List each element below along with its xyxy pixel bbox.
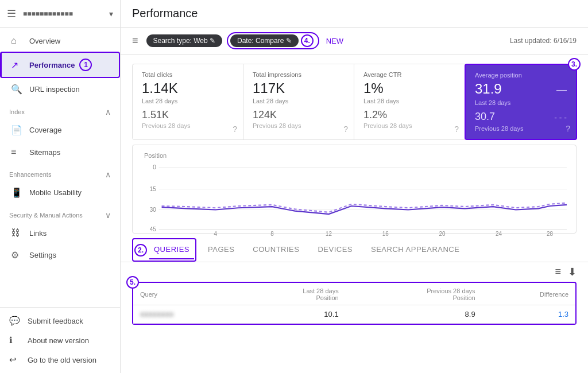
average-position-prev-period: Previous 28 days: [475, 125, 567, 132]
sidebar-item-settings[interactable]: ⚙ Settings: [0, 244, 120, 266]
sidebar-item-coverage[interactable]: 📄 Coverage: [0, 119, 120, 141]
col-last28-pos: Last 28 days Position: [237, 283, 346, 305]
sidebar-label-coverage: Coverage: [29, 126, 61, 134]
collapse-icon[interactable]: ∧: [105, 107, 111, 116]
page-title: Performance: [132, 7, 198, 20]
average-position-card: Average position 31.9 — Last 28 days 30.…: [465, 64, 577, 140]
sidebar-item-mobile-usability[interactable]: 📱 Mobile Usability: [0, 181, 120, 204]
tab-search-appearance[interactable]: SEARCH APPEARANCE: [362, 238, 469, 262]
sidebar-item-overview[interactable]: ⌂ Overview: [0, 30, 120, 52]
col-query: Query: [133, 283, 237, 305]
step-2-badge: 2.: [134, 244, 147, 257]
sidebar-label-mobile-usability: Mobile Usability: [29, 188, 82, 197]
position-dash2: - - -: [554, 113, 567, 122]
search-type-chip[interactable]: Search type: Web ✎: [146, 34, 223, 47]
total-impressions-prev-value: 124K: [253, 109, 345, 121]
sidebar-item-sitemaps[interactable]: ≡ Sitemaps: [0, 141, 120, 163]
average-position-prev-value: 30.7: [475, 111, 495, 123]
col-last28-pos-line1: Last 28 days: [303, 287, 338, 294]
sidebar-header: ☰ ■■■■■■■■■■■■ ▾: [0, 0, 120, 28]
total-impressions-info-icon[interactable]: ?: [343, 125, 348, 134]
average-ctr-info-icon[interactable]: ?: [454, 125, 459, 134]
tab-pages[interactable]: PAGES: [199, 238, 243, 262]
sidebar-item-performance[interactable]: ↗ Performance 1: [0, 52, 120, 78]
sidebar: ☰ ■■■■■■■■■■■■ ▾ ⌂ Overview ↗ Performanc…: [0, 0, 121, 373]
position-dash1: —: [556, 84, 567, 96]
search-type-label: Search type: Web ✎: [153, 37, 216, 45]
security-section-label: Security & Manual Actions ∨: [0, 204, 120, 222]
table-row: ■■■■■■■■ 10.1 8.9 1.3: [133, 305, 575, 324]
dropdown-arrow-icon[interactable]: ▾: [109, 9, 113, 18]
step-1-badge: 1: [79, 59, 92, 71]
download-icon[interactable]: ⬇: [568, 266, 577, 278]
mobile-icon: 📱: [11, 187, 22, 198]
footer-submit-feedback[interactable]: 💬 Submit feedback: [0, 311, 120, 331]
prev28-pos-cell: 8.9: [346, 305, 482, 324]
home-icon: ⌂: [11, 36, 22, 46]
svg-text:12: 12: [326, 231, 332, 236]
total-clicks-prev-period: Previous 28 days: [142, 122, 234, 129]
average-ctr-label: Average CTR: [363, 71, 455, 78]
svg-text:30: 30: [150, 206, 156, 213]
step-5-badge: 5.: [126, 276, 139, 289]
sitemaps-icon: ≡: [11, 147, 22, 157]
feedback-icon: 💬: [9, 316, 21, 326]
average-position-value: 31.9: [475, 81, 502, 97]
sidebar-label-performance: Performance: [29, 61, 75, 69]
table-toolbar: ≡ ⬇: [132, 262, 577, 282]
tabs-bar: 2. QUERIES PAGES COUNTRIES DEVICES SEARC…: [121, 238, 588, 262]
last-updated: Last updated: 6/16/19: [510, 37, 577, 45]
links-icon: ⛓: [11, 228, 22, 238]
svg-text:24: 24: [496, 231, 502, 236]
position-chart: 0 15 30 45 4 8 12 16 20 24 28: [142, 161, 567, 236]
enhancements-collapse-icon[interactable]: ∧: [105, 170, 111, 179]
total-impressions-period: Last 28 days: [253, 98, 345, 104]
tab-devices[interactable]: DEVICES: [308, 238, 362, 262]
footer-about-new-version[interactable]: ℹ About new version: [0, 331, 120, 350]
index-section-label: Index ∧: [0, 100, 120, 119]
sidebar-label-overview: Overview: [29, 37, 60, 45]
queries-tab-box: 2. QUERIES: [132, 238, 196, 262]
back-icon: ↩: [9, 355, 21, 365]
col-prev28-pos: Previous 28 days Position: [346, 283, 482, 305]
average-ctr-value: 1%: [363, 80, 455, 96]
performance-icon: ↗: [11, 60, 22, 71]
total-clicks-value: 1.14K: [142, 80, 234, 96]
sidebar-label-sitemaps: Sitemaps: [29, 148, 60, 157]
sidebar-item-url-inspection[interactable]: 🔍 URL inspection: [0, 78, 120, 100]
total-impressions-value: 117K: [253, 80, 345, 96]
average-position-period: Last 28 days: [475, 99, 567, 106]
filters-bar: ≡ Search type: Web ✎ Date: Compare ✎ 4. …: [121, 28, 588, 55]
svg-text:15: 15: [150, 186, 156, 193]
filter-icon[interactable]: ≡: [132, 35, 138, 47]
step-4-badge: 4.: [301, 34, 314, 47]
last28-pos-cell: 10.1: [237, 305, 346, 324]
table-section: ≡ ⬇ 5. Query Last 28 days Position Previ…: [121, 262, 588, 373]
hamburger-icon[interactable]: ☰: [7, 7, 16, 20]
col-prev28-pos-line1: Previous 28 days: [427, 287, 475, 294]
sidebar-item-links[interactable]: ⛓ Links: [0, 222, 120, 244]
sidebar-footer: 💬 Submit feedback ℹ About new version ↩ …: [0, 307, 120, 373]
tab-queries[interactable]: QUERIES: [149, 240, 194, 259]
total-clicks-info-icon[interactable]: ?: [233, 125, 237, 134]
filter-rows-icon[interactable]: ≡: [555, 266, 561, 278]
average-position-info-icon[interactable]: ?: [566, 124, 570, 133]
date-compare-box: Date: Compare ✎ 4.: [227, 32, 319, 49]
security-collapse-icon[interactable]: ∨: [105, 211, 111, 220]
step-3-badge: 3.: [568, 58, 581, 71]
average-ctr-prev-value: 1.2%: [363, 109, 455, 121]
tab-countries[interactable]: COUNTRIES: [243, 238, 308, 262]
chart-section: Position 0 15 30 45 4 8 12 16 20 24 28: [121, 145, 588, 238]
total-clicks-label: Total clicks: [142, 71, 234, 78]
total-impressions-prev-period: Previous 28 days: [253, 122, 345, 129]
filter-new-button[interactable]: NEW: [326, 37, 343, 45]
average-ctr-period: Last 28 days: [363, 98, 455, 104]
metrics-section: Total clicks 1.14K Last 28 days 1.51K Pr…: [121, 55, 588, 145]
footer-go-to-old-version[interactable]: ↩ Go to the old version: [0, 350, 120, 370]
col-last28-pos-line2: Position: [316, 294, 339, 301]
svg-text:8: 8: [270, 231, 274, 236]
average-position-label: Average position: [475, 72, 567, 79]
queries-table: Query Last 28 days Position Previous 28 …: [133, 283, 575, 324]
svg-text:4: 4: [214, 231, 218, 236]
date-compare-chip[interactable]: Date: Compare ✎: [230, 34, 299, 47]
